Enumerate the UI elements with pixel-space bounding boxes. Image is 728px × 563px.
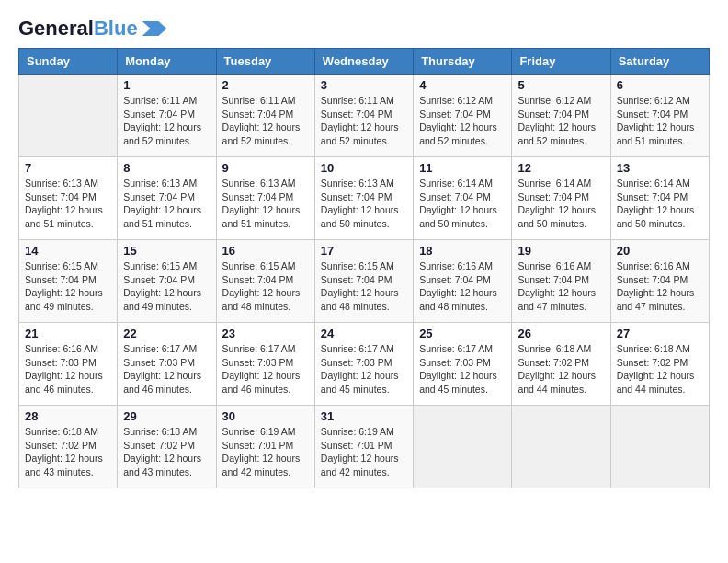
weekday-header: Friday: [512, 49, 610, 75]
day-number: 16: [222, 244, 309, 258]
day-detail: Sunrise: 6:19 AMSunset: 7:01 PMDaylight:…: [321, 425, 407, 479]
calendar-cell: 15Sunrise: 6:15 AMSunset: 7:04 PMDayligh…: [118, 240, 216, 323]
day-number: 8: [123, 161, 210, 175]
day-number: 5: [518, 78, 604, 92]
day-detail: Sunrise: 6:17 AMSunset: 7:03 PMDaylight:…: [419, 342, 506, 396]
day-number: 15: [123, 244, 210, 258]
calendar-cell: 9Sunrise: 6:13 AMSunset: 7:04 PMDaylight…: [216, 157, 314, 240]
calendar-cell: 13Sunrise: 6:14 AMSunset: 7:04 PMDayligh…: [610, 157, 709, 240]
day-detail: Sunrise: 6:17 AMSunset: 7:03 PMDaylight:…: [123, 342, 210, 396]
day-detail: Sunrise: 6:16 AMSunset: 7:04 PMDaylight:…: [617, 259, 703, 314]
calendar-cell: 7Sunrise: 6:13 AMSunset: 7:04 PMDaylight…: [19, 157, 118, 240]
day-number: 11: [419, 161, 506, 175]
day-detail: Sunrise: 6:15 AMSunset: 7:04 PMDaylight:…: [321, 259, 407, 314]
day-number: 22: [123, 327, 210, 340]
calendar-cell: 22Sunrise: 6:17 AMSunset: 7:03 PMDayligh…: [118, 323, 216, 406]
day-detail: Sunrise: 6:16 AMSunset: 7:04 PMDaylight:…: [419, 259, 506, 314]
day-detail: Sunrise: 6:15 AMSunset: 7:04 PMDaylight:…: [123, 259, 210, 314]
calendar-cell: 20Sunrise: 6:16 AMSunset: 7:04 PMDayligh…: [610, 240, 709, 323]
logo-icon: [142, 21, 167, 36]
day-number: 30: [222, 409, 309, 423]
day-number: 14: [25, 244, 111, 258]
day-number: 24: [321, 327, 407, 340]
day-number: 19: [518, 244, 604, 258]
day-detail: Sunrise: 6:15 AMSunset: 7:04 PMDaylight:…: [25, 259, 111, 314]
weekday-header: Wednesday: [314, 49, 413, 75]
day-number: 28: [25, 409, 111, 423]
day-number: 26: [518, 327, 604, 340]
calendar-cell: 30Sunrise: 6:19 AMSunset: 7:01 PMDayligh…: [216, 406, 314, 488]
day-detail: Sunrise: 6:17 AMSunset: 7:03 PMDaylight:…: [222, 342, 309, 396]
calendar-cell: 28Sunrise: 6:18 AMSunset: 7:02 PMDayligh…: [19, 406, 118, 488]
calendar-cell: 18Sunrise: 6:16 AMSunset: 7:04 PMDayligh…: [414, 240, 512, 323]
day-number: 31: [321, 409, 407, 423]
day-detail: Sunrise: 6:18 AMSunset: 7:02 PMDaylight:…: [25, 425, 111, 479]
calendar-cell: 23Sunrise: 6:17 AMSunset: 7:03 PMDayligh…: [216, 323, 314, 406]
day-detail: Sunrise: 6:15 AMSunset: 7:04 PMDaylight:…: [222, 259, 309, 314]
day-detail: Sunrise: 6:17 AMSunset: 7:03 PMDaylight:…: [321, 342, 407, 396]
weekday-header: Tuesday: [216, 49, 314, 75]
calendar-cell: 29Sunrise: 6:18 AMSunset: 7:02 PMDayligh…: [118, 406, 216, 488]
day-number: 4: [419, 78, 506, 92]
day-number: 12: [518, 161, 604, 175]
weekday-header: Thursday: [414, 49, 512, 75]
day-detail: Sunrise: 6:13 AMSunset: 7:04 PMDaylight:…: [25, 177, 111, 231]
day-number: 29: [123, 409, 210, 423]
calendar-cell: 11Sunrise: 6:14 AMSunset: 7:04 PMDayligh…: [414, 157, 512, 240]
day-detail: Sunrise: 6:14 AMSunset: 7:04 PMDaylight:…: [518, 177, 604, 231]
day-detail: Sunrise: 6:13 AMSunset: 7:04 PMDaylight:…: [123, 177, 210, 231]
day-detail: Sunrise: 6:16 AMSunset: 7:03 PMDaylight:…: [25, 342, 111, 396]
calendar-cell: 2Sunrise: 6:11 AMSunset: 7:04 PMDaylight…: [216, 75, 314, 157]
calendar-cell: 25Sunrise: 6:17 AMSunset: 7:03 PMDayligh…: [414, 323, 512, 406]
day-detail: Sunrise: 6:18 AMSunset: 7:02 PMDaylight:…: [617, 342, 703, 396]
day-detail: Sunrise: 6:18 AMSunset: 7:02 PMDaylight:…: [518, 342, 604, 396]
day-number: 1: [123, 78, 210, 92]
day-number: 10: [321, 161, 407, 175]
calendar-cell: [19, 75, 118, 157]
calendar-cell: [414, 406, 512, 488]
calendar-cell: 31Sunrise: 6:19 AMSunset: 7:01 PMDayligh…: [314, 406, 413, 488]
weekday-header: Sunday: [19, 49, 118, 75]
day-number: 9: [222, 161, 309, 175]
page-header: GeneralBlue: [18, 18, 710, 39]
calendar-cell: 6Sunrise: 6:12 AMSunset: 7:04 PMDaylight…: [610, 75, 709, 157]
calendar-cell: 1Sunrise: 6:11 AMSunset: 7:04 PMDaylight…: [118, 75, 216, 157]
calendar-cell: 19Sunrise: 6:16 AMSunset: 7:04 PMDayligh…: [512, 240, 610, 323]
day-number: 6: [617, 78, 703, 92]
day-detail: Sunrise: 6:14 AMSunset: 7:04 PMDaylight:…: [419, 177, 506, 231]
logo: GeneralBlue: [18, 18, 167, 39]
day-number: 18: [419, 244, 506, 258]
day-detail: Sunrise: 6:19 AMSunset: 7:01 PMDaylight:…: [222, 425, 309, 479]
calendar-cell: 12Sunrise: 6:14 AMSunset: 7:04 PMDayligh…: [512, 157, 610, 240]
day-detail: Sunrise: 6:11 AMSunset: 7:04 PMDaylight:…: [321, 94, 407, 148]
weekday-header: Monday: [118, 49, 216, 75]
day-detail: Sunrise: 6:11 AMSunset: 7:04 PMDaylight:…: [123, 94, 210, 148]
calendar-cell: 3Sunrise: 6:11 AMSunset: 7:04 PMDaylight…: [314, 75, 413, 157]
day-number: 20: [617, 244, 703, 258]
day-number: 2: [222, 78, 309, 92]
calendar-cell: 21Sunrise: 6:16 AMSunset: 7:03 PMDayligh…: [19, 323, 118, 406]
day-number: 23: [222, 327, 309, 340]
calendar-cell: 4Sunrise: 6:12 AMSunset: 7:04 PMDaylight…: [414, 75, 512, 157]
day-detail: Sunrise: 6:12 AMSunset: 7:04 PMDaylight:…: [419, 94, 506, 148]
calendar-cell: [610, 406, 709, 488]
day-number: 25: [419, 327, 506, 340]
day-detail: Sunrise: 6:18 AMSunset: 7:02 PMDaylight:…: [123, 425, 210, 479]
day-number: 21: [25, 327, 111, 340]
calendar-cell: 10Sunrise: 6:13 AMSunset: 7:04 PMDayligh…: [314, 157, 413, 240]
day-detail: Sunrise: 6:12 AMSunset: 7:04 PMDaylight:…: [518, 94, 604, 148]
day-detail: Sunrise: 6:16 AMSunset: 7:04 PMDaylight:…: [518, 259, 604, 314]
calendar-cell: 8Sunrise: 6:13 AMSunset: 7:04 PMDaylight…: [118, 157, 216, 240]
day-number: 17: [321, 244, 407, 258]
calendar-cell: 16Sunrise: 6:15 AMSunset: 7:04 PMDayligh…: [216, 240, 314, 323]
day-number: 3: [321, 78, 407, 92]
calendar-cell: 26Sunrise: 6:18 AMSunset: 7:02 PMDayligh…: [512, 323, 610, 406]
day-number: 27: [617, 327, 703, 340]
day-detail: Sunrise: 6:11 AMSunset: 7:04 PMDaylight:…: [222, 94, 309, 148]
calendar-cell: 27Sunrise: 6:18 AMSunset: 7:02 PMDayligh…: [610, 323, 709, 406]
day-detail: Sunrise: 6:13 AMSunset: 7:04 PMDaylight:…: [222, 177, 309, 231]
calendar-cell: 24Sunrise: 6:17 AMSunset: 7:03 PMDayligh…: [314, 323, 413, 406]
calendar-cell: 14Sunrise: 6:15 AMSunset: 7:04 PMDayligh…: [19, 240, 118, 323]
day-detail: Sunrise: 6:13 AMSunset: 7:04 PMDaylight:…: [321, 177, 407, 231]
logo-text: GeneralBlue: [18, 18, 138, 39]
